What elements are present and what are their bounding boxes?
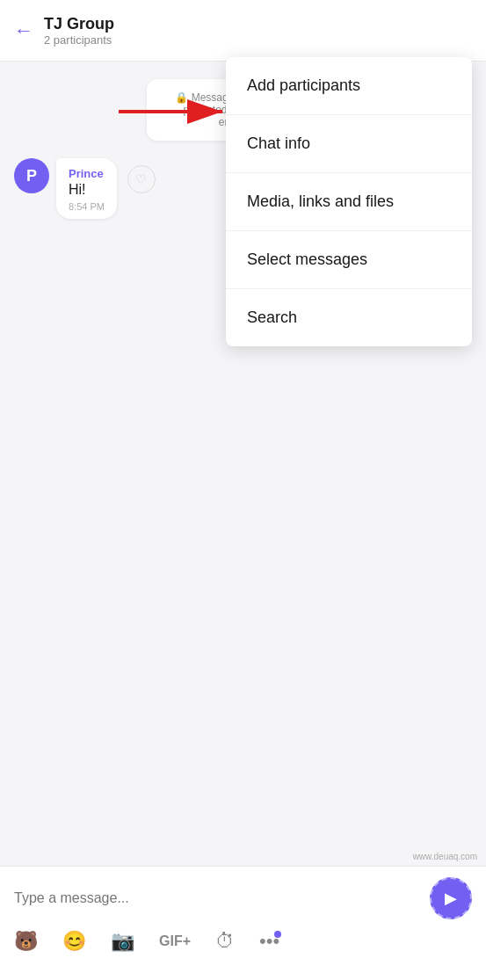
- notification-dot: [274, 931, 281, 938]
- message-sender: Prince: [69, 167, 105, 180]
- dropdown-menu: Add participants Chat info Media, links …: [226, 57, 472, 346]
- avatar: P: [14, 158, 49, 193]
- menu-item-add-participants[interactable]: Add participants: [226, 57, 472, 115]
- send-icon: ▶: [445, 889, 457, 908]
- message-time: 8:54 PM: [69, 201, 105, 212]
- send-button[interactable]: ▶: [430, 877, 472, 919]
- input-bar: ▶ 🐻 😊 📷 GIF+ ⏱ •••: [0, 866, 486, 980]
- back-button[interactable]: ←: [14, 19, 33, 42]
- camera-icon[interactable]: 📷: [111, 930, 134, 953]
- chat-header: ← TJ Group 2 participants Add participan…: [0, 0, 486, 62]
- message-input[interactable]: [14, 890, 430, 906]
- menu-item-chat-info[interactable]: Chat info: [226, 115, 472, 173]
- lock-icon: 🔒: [175, 91, 188, 104]
- menu-item-media-links-files[interactable]: Media, links and files: [226, 173, 472, 231]
- header-info: TJ Group 2 participants: [44, 15, 472, 47]
- menu-item-search[interactable]: Search: [226, 289, 472, 346]
- toolbar-row: 🐻 😊 📷 GIF+ ⏱ •••: [0, 926, 486, 962]
- message-text: Hi!: [69, 182, 105, 198]
- heart-button[interactable]: ♡: [127, 165, 156, 193]
- message-bubble: Prince Hi! 8:54 PM: [56, 158, 117, 219]
- watermark: www.deuaq.com: [413, 852, 477, 861]
- participant-count: 2 participants: [44, 33, 472, 47]
- sticker-icon[interactable]: 😊: [62, 930, 86, 953]
- input-row: ▶: [0, 867, 486, 926]
- menu-item-select-messages[interactable]: Select messages: [226, 231, 472, 289]
- gif-icon[interactable]: GIF+: [159, 933, 191, 949]
- message-content: Prince Hi! 8:54 PM: [56, 158, 117, 219]
- timer-icon[interactable]: ⏱: [215, 930, 235, 953]
- emoji-icon[interactable]: 🐻: [14, 930, 38, 953]
- heart-icon[interactable]: ♡: [127, 165, 156, 193]
- chat-title: TJ Group: [44, 15, 472, 33]
